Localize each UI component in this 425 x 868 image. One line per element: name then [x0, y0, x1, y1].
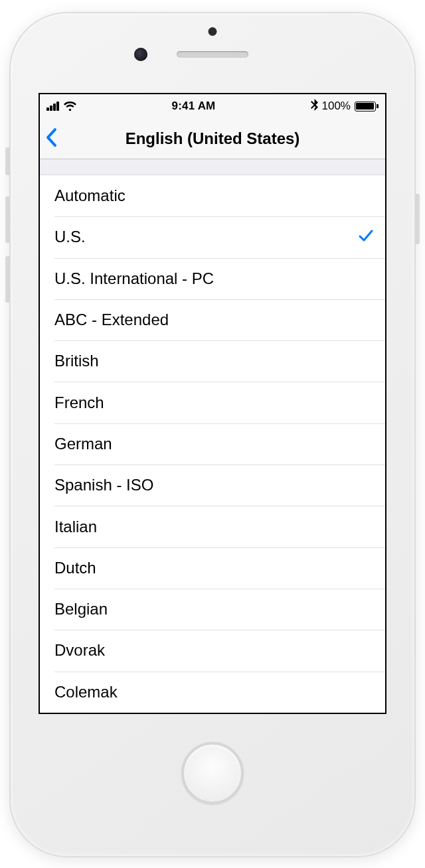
page-title: English (United States) — [40, 129, 385, 148]
power-button[interactable] — [414, 194, 420, 244]
keyboard-layout-row[interactable]: U.S. International - PC — [40, 258, 385, 299]
keyboard-layout-row[interactable]: ABC - Extended — [40, 299, 385, 340]
keyboard-layout-row[interactable]: French — [40, 382, 385, 423]
volume-up-button[interactable] — [5, 196, 11, 243]
back-button[interactable] — [45, 127, 57, 147]
keyboard-layout-label: U.S. International - PC — [54, 269, 214, 288]
keyboard-layout-label: Dutch — [54, 559, 96, 577]
nav-bar: English (United States) — [40, 118, 385, 159]
battery-icon — [355, 102, 379, 111]
keyboard-layout-label: Automatic — [54, 186, 126, 205]
keyboard-layout-label: British — [54, 352, 99, 370]
device-frame: 9:41 AM 100% English (United States) — [11, 13, 414, 856]
screen: 9:41 AM 100% English (United States) — [39, 93, 386, 714]
front-camera-icon — [134, 48, 147, 61]
keyboard-layout-label: Spanish - ISO — [54, 476, 153, 494]
speaker-grille-icon — [177, 51, 248, 58]
keyboard-layout-row[interactable]: Dutch — [40, 547, 385, 589]
keyboard-layout-row[interactable]: British — [40, 340, 385, 382]
battery-percentage: 100% — [322, 100, 351, 113]
chevron-left-icon — [45, 127, 57, 147]
keyboard-layout-row[interactable]: Spanish - ISO — [40, 465, 385, 506]
device-top-strip — [27, 33, 398, 76]
wifi-icon — [63, 102, 77, 111]
cellular-signal-icon — [46, 102, 59, 111]
checkmark-icon — [359, 228, 373, 246]
keyboard-layout-label: ABC - Extended — [54, 311, 169, 329]
keyboard-layout-list: AutomaticU.S.U.S. International - PCABC … — [40, 175, 385, 713]
keyboard-layout-row[interactable]: Colemak — [40, 672, 385, 713]
keyboard-layout-label: U.S. — [54, 228, 86, 246]
keyboard-layout-row[interactable]: Italian — [40, 506, 385, 547]
keyboard-layout-label: French — [54, 394, 104, 412]
keyboard-layout-row[interactable]: Automatic — [40, 175, 385, 216]
home-button[interactable] — [181, 742, 244, 804]
keyboard-layout-row[interactable]: U.S. — [40, 216, 385, 257]
keyboard-layout-row[interactable]: Dvorak — [40, 630, 385, 671]
keyboard-layout-label: Colemak — [54, 683, 118, 701]
status-time: 9:41 AM — [172, 100, 216, 113]
keyboard-layout-row[interactable]: German — [40, 423, 385, 465]
status-bar: 9:41 AM 100% — [40, 94, 385, 118]
keyboard-layout-label: Dvorak — [54, 641, 105, 660]
keyboard-layout-label: Italian — [54, 518, 97, 536]
mute-switch[interactable] — [5, 147, 11, 175]
keyboard-layout-label: Belgian — [54, 600, 108, 618]
bluetooth-icon — [311, 99, 318, 114]
section-gap — [40, 159, 385, 175]
keyboard-layout-row[interactable]: Belgian — [40, 589, 385, 630]
keyboard-layout-label: German — [54, 435, 112, 453]
proximity-sensor-icon — [209, 27, 217, 36]
volume-down-button[interactable] — [5, 256, 11, 303]
